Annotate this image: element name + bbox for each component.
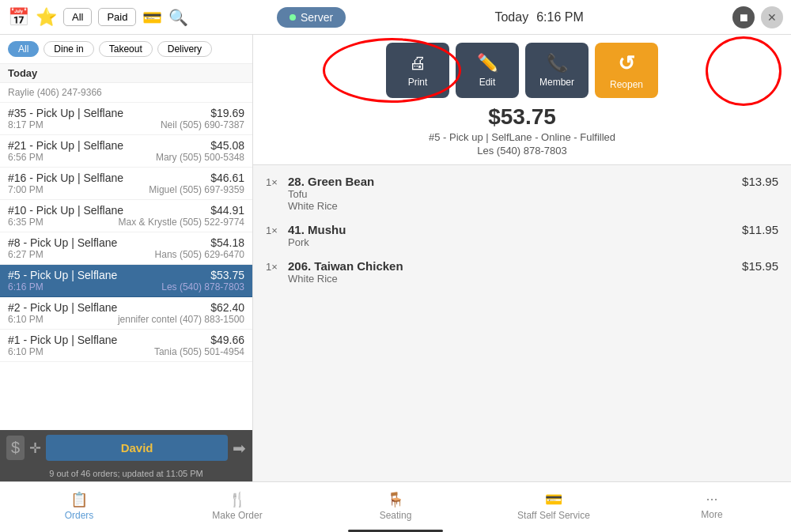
item-details: 41. Mushu Pork [288, 223, 731, 248]
member-label: Member [539, 77, 574, 88]
detail-customer: Les (540) 878-7803 [266, 145, 778, 157]
order-time: 6:10 PM [8, 314, 44, 325]
header-datetime: Today 6:16 PM [346, 10, 732, 25]
make-order-icon: 🍴 [229, 491, 246, 508]
order-customer: Mary (505) 500-5348 [156, 152, 244, 163]
seating-icon: 🪑 [387, 491, 404, 508]
order-list: Raylie (406) 247-9366 #35 - Pick Up | Se… [0, 83, 252, 430]
bottom-nav: 📋 Orders 🍴 Make Order 🪑 Seating 💳 Staff … [0, 481, 791, 529]
item-price: $11.95 [731, 223, 778, 236]
order-title: #35 - Pick Up | Selflane [8, 107, 123, 119]
list-item[interactable]: #2 - Pick Up | Selflane $62.40 6:10 PM j… [0, 297, 252, 330]
order-items-list: 1× 28. Green Bean Tofu White Rice $13.95… [253, 165, 791, 481]
list-item[interactable]: #35 - Pick Up | Selflane $19.69 8:17 PM … [0, 103, 252, 135]
order-line: 1× 206. Taiwan Chicken White Rice $15.95 [266, 259, 778, 285]
seating-label: Seating [380, 510, 412, 521]
order-customer: Max & Krystle (505) 522-9774 [119, 217, 244, 228]
item-name: 41. Mushu [288, 223, 731, 236]
order-price: $19.69 [210, 107, 244, 119]
order-customer: jennifer contel (407) 883-1500 [118, 314, 244, 325]
close-button[interactable]: ✕ [761, 6, 783, 28]
order-customer: Les (540) 878-7803 [161, 281, 244, 292]
nav-make-order[interactable]: 🍴 Make Order [158, 482, 316, 529]
item-qty: 1× [266, 175, 288, 188]
print-button[interactable]: 🖨 Print [386, 43, 449, 98]
more-label: More [701, 509, 722, 520]
calendar-icon[interactable]: 📅 [8, 7, 29, 28]
item-details: 28. Green Bean Tofu White Rice [288, 175, 731, 212]
today-label: Today [0, 64, 252, 83]
filter-dinein[interactable]: Dine in [44, 41, 93, 57]
order-customer: Miguel (505) 697-9359 [149, 184, 244, 195]
open-button[interactable]: All [63, 8, 92, 26]
nav-more[interactable]: ··· More [633, 482, 791, 529]
print-icon: 🖨 [409, 53, 426, 74]
order-time: 6:56 PM [8, 152, 44, 163]
detail-order-id: #5 - Pick up | SelfLane - Online - Fulfi… [266, 131, 778, 143]
item-name: 206. Taiwan Chicken [288, 259, 731, 273]
star-icon[interactable]: ⭐ [36, 7, 57, 28]
orders-status: 9 out of 46 orders; updated at 11:05 PM [0, 466, 252, 481]
filter-bar: All Dine in Takeout Delivery [0, 35, 252, 64]
move-icon[interactable]: ✛ [29, 440, 41, 457]
nav-staff-self-service[interactable]: 💳 Staff Self Service [475, 482, 633, 529]
filter-takeout[interactable]: Takeout [99, 41, 153, 57]
server-button[interactable]: Server [277, 7, 346, 28]
list-item-selected[interactable]: #5 - Pick Up | Selflane $53.75 6:16 PM L… [0, 265, 252, 297]
detail-total: $53.75 [266, 104, 778, 130]
item-price: $15.95 [731, 259, 778, 273]
filter-all[interactable]: All [8, 41, 39, 57]
reopen-button[interactable]: ↺ Reopen [595, 43, 658, 98]
order-customer: Tania (505) 501-4954 [154, 346, 244, 357]
nav-orders[interactable]: 📋 Orders [0, 482, 158, 529]
header-time: 6:16 PM [536, 10, 584, 25]
reopen-icon: ↺ [618, 51, 635, 76]
list-item[interactable]: #16 - Pick Up | Selflane $46.61 7:00 PM … [0, 168, 252, 200]
order-title: #8 - Pick Up | Selflane [8, 236, 117, 249]
order-time: 6:27 PM [8, 249, 44, 260]
list-item[interactable]: Raylie (406) 247-9366 [0, 83, 252, 103]
member-icon: 📞 [547, 53, 568, 74]
card-icon[interactable]: 💳 [142, 8, 162, 27]
filter-delivery[interactable]: Delivery [157, 41, 212, 57]
list-item[interactable]: #1 - Pick Up | Selflane $49.66 6:10 PM T… [0, 330, 252, 362]
stop-button[interactable]: ⏹ [732, 6, 755, 28]
reopen-label: Reopen [610, 79, 643, 90]
dollar-icon[interactable]: $ [6, 436, 25, 460]
orders-nav-icon: 📋 [70, 491, 88, 508]
order-title: #2 - Pick Up | Selflane [8, 301, 117, 314]
print-label: Print [408, 77, 428, 88]
order-line: 1× 41. Mushu Pork $11.95 [266, 223, 778, 248]
item-name: 28. Green Bean [288, 175, 731, 188]
item-mod: Pork [288, 236, 731, 248]
paid-button[interactable]: Paid [98, 8, 136, 26]
list-item[interactable]: #8 - Pick Up | Selflane $54.18 6:27 PM H… [0, 232, 252, 265]
header-date: Today [494, 10, 528, 25]
more-icon: ··· [706, 491, 717, 507]
item-details: 206. Taiwan Chicken White Rice [288, 259, 731, 285]
order-time: 6:16 PM [8, 281, 44, 292]
list-item[interactable]: #10 - Pick Up | Selflane $44.91 6:35 PM … [0, 200, 252, 232]
nav-seating[interactable]: 🪑 Seating [316, 482, 475, 529]
left-bottom-bar: $ ✛ David ➡ [0, 430, 252, 466]
item-mod: White Rice [288, 200, 731, 212]
item-mod: White Rice [288, 273, 731, 285]
item-mod: Tofu [288, 188, 731, 200]
staff-name-button[interactable]: David [46, 435, 228, 461]
order-price: $53.75 [210, 269, 244, 281]
item-qty: 1× [266, 259, 288, 273]
search-icon[interactable]: 🔍 [168, 8, 188, 27]
order-price: $44.91 [210, 204, 244, 217]
list-item[interactable]: #21 - Pick Up | Selflane $45.08 6:56 PM … [0, 135, 252, 168]
server-section: Server [277, 7, 346, 28]
member-button[interactable]: 📞 Member [525, 43, 589, 98]
edit-button[interactable]: ✏️ Edit [456, 43, 519, 98]
order-time: 6:10 PM [8, 346, 44, 357]
detail-header: 🖨 Print ✏️ Edit 📞 Member ↺ Reopen [253, 35, 791, 165]
edit-icon: ✏️ [477, 53, 498, 74]
logout-icon[interactable]: ➡ [233, 439, 246, 458]
left-panel: All Dine in Takeout Delivery Today Rayli… [0, 35, 253, 481]
order-time: 8:17 PM [8, 119, 44, 130]
right-panel: 🖨 Print ✏️ Edit 📞 Member ↺ Reopen [253, 35, 791, 481]
staff-self-service-label: Staff Self Service [517, 510, 590, 521]
